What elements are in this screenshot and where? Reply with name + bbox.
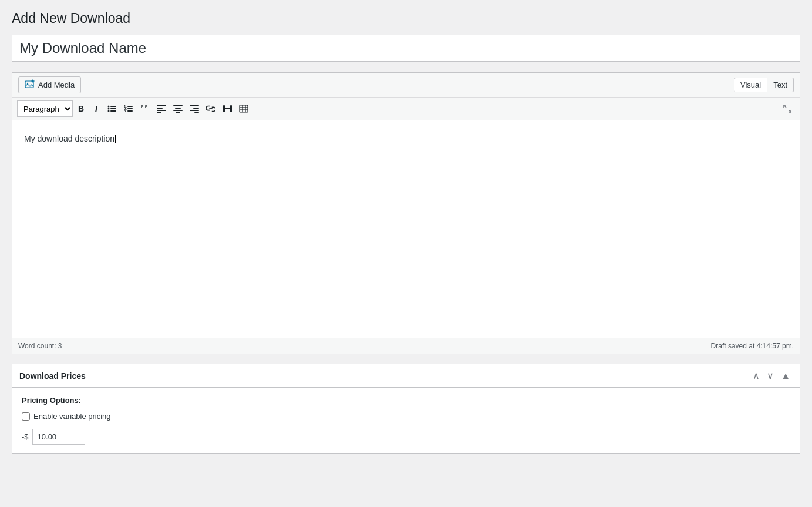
word-count-label: Word count: xyxy=(18,342,56,350)
svg-rect-20 xyxy=(173,110,183,111)
enable-variable-pricing-label[interactable]: Enable variable pricing xyxy=(33,412,111,421)
svg-rect-24 xyxy=(190,110,199,111)
svg-rect-9 xyxy=(127,106,133,107)
download-title-input[interactable] xyxy=(12,35,800,62)
svg-point-2 xyxy=(108,106,110,108)
align-right-button[interactable] xyxy=(187,100,202,117)
cursor xyxy=(115,135,116,143)
italic-button[interactable]: I xyxy=(89,100,103,117)
expand-button[interactable] xyxy=(780,100,795,117)
word-count-value: 3 xyxy=(58,342,62,350)
blockquote-button[interactable] xyxy=(137,100,153,117)
format-select[interactable]: Paragraph Heading 1 Heading 2 Heading 3 xyxy=(17,100,73,117)
editor-text: My download description xyxy=(24,134,114,143)
svg-rect-15 xyxy=(157,108,163,109)
svg-rect-29 xyxy=(230,105,232,112)
svg-point-6 xyxy=(108,110,110,112)
svg-rect-11 xyxy=(127,108,133,109)
editor-container: Add Media Visual Text Paragraph Heading … xyxy=(12,72,800,354)
svg-rect-18 xyxy=(173,105,183,106)
add-media-icon xyxy=(25,79,35,90)
svg-rect-13 xyxy=(127,110,133,112)
tab-text[interactable]: Text xyxy=(767,78,794,92)
section-arrow-up-button[interactable]: ▲ xyxy=(779,370,793,382)
svg-rect-23 xyxy=(193,108,199,109)
svg-rect-21 xyxy=(176,112,180,113)
download-prices-section: Download Prices ∧ ∨ ▲ Pricing Options: E… xyxy=(12,364,800,454)
section-body: Pricing Options: Enable variable pricing… xyxy=(12,388,800,453)
editor-footer: Word count: 3 Draft saved at 4:14:57 pm. xyxy=(12,338,800,354)
editor-content: My download description xyxy=(24,132,788,145)
align-left-button[interactable] xyxy=(154,100,169,117)
svg-rect-25 xyxy=(194,112,199,113)
svg-rect-14 xyxy=(157,105,166,106)
horizontal-rule-button[interactable] xyxy=(220,100,235,117)
svg-rect-17 xyxy=(157,112,161,113)
price-input[interactable] xyxy=(32,429,85,445)
svg-rect-16 xyxy=(157,110,166,111)
svg-rect-0 xyxy=(25,81,33,88)
svg-point-4 xyxy=(108,108,110,110)
section-collapse-down-button[interactable]: ∨ xyxy=(764,369,776,382)
enable-variable-pricing-checkbox[interactable] xyxy=(22,412,30,421)
editor-body[interactable]: My download description xyxy=(12,120,800,338)
svg-rect-22 xyxy=(190,105,199,106)
editor-top-bar: Add Media Visual Text xyxy=(12,73,800,98)
word-count: Word count: 3 xyxy=(18,342,62,350)
section-controls: ∧ ∨ ▲ xyxy=(750,369,793,382)
section-collapse-up-button[interactable]: ∧ xyxy=(750,369,762,382)
svg-rect-27 xyxy=(223,105,225,112)
table-button[interactable] xyxy=(236,100,251,117)
editor-toolbar: Paragraph Heading 1 Heading 2 Heading 3 … xyxy=(12,98,800,120)
ordered-list-button[interactable]: 1.2.3. xyxy=(121,100,136,117)
svg-rect-7 xyxy=(110,110,116,112)
svg-rect-30 xyxy=(240,105,248,112)
pricing-options-label: Pricing Options: xyxy=(22,396,790,405)
price-prefix: -$ xyxy=(22,432,29,441)
add-media-label: Add Media xyxy=(38,80,75,89)
svg-rect-3 xyxy=(110,106,116,107)
align-center-button[interactable] xyxy=(170,100,186,117)
svg-rect-5 xyxy=(110,108,116,109)
svg-text:3.: 3. xyxy=(124,109,127,113)
unordered-list-button[interactable] xyxy=(105,100,120,117)
tab-visual[interactable]: Visual xyxy=(734,78,767,92)
svg-rect-19 xyxy=(175,108,181,109)
enable-variable-pricing-row: Enable variable pricing xyxy=(22,412,790,421)
bold-button[interactable]: B xyxy=(74,100,88,117)
link-button[interactable] xyxy=(203,100,218,117)
page-title: Add New Download xyxy=(12,11,800,26)
section-title: Download Prices xyxy=(19,371,86,381)
draft-saved-status: Draft saved at 4:14:57 pm. xyxy=(711,342,794,350)
section-header: Download Prices ∧ ∨ ▲ xyxy=(12,364,800,388)
add-media-button[interactable]: Add Media xyxy=(18,76,81,93)
visual-text-tabs: Visual Text xyxy=(734,78,794,92)
price-row: -$ xyxy=(22,429,790,445)
